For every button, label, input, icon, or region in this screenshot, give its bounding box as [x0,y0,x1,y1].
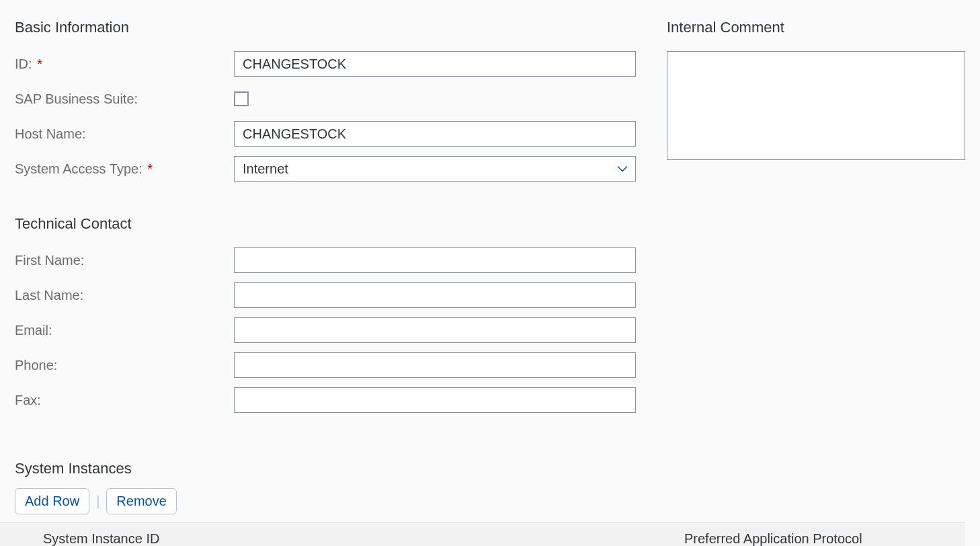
column-header-selector [0,523,17,547]
required-indicator: * [37,56,42,71]
email-input[interactable] [234,317,636,343]
system-access-type-select[interactable]: Internet [234,156,636,182]
sap-business-suite-checkbox[interactable] [234,91,249,106]
fax-input[interactable] [234,387,636,413]
sap-business-suite-label: SAP Business Suite: [15,91,234,107]
column-header-protocol[interactable]: Preferred Application Protocol [676,523,965,547]
column-header-instance-id[interactable]: System Instance ID [17,523,676,547]
system-access-type-label: System Access Type: * [15,161,234,177]
host-name-label: Host Name: [15,126,234,142]
remove-button[interactable]: Remove [106,488,176,514]
id-input[interactable] [234,51,636,77]
toolbar-separator: | [96,494,99,509]
fax-label: Fax: [15,393,234,408]
system-instances-table: System Instance ID Preferred Application… [0,522,965,546]
system-access-type-value: Internet [234,156,636,182]
email-label: Email: [15,323,234,338]
required-indicator: * [147,161,153,176]
last-name-label: Last Name: [15,288,234,303]
system-instances-title: System Instances [15,460,980,477]
first-name-input[interactable] [234,247,636,273]
basic-information-title: Basic Information [15,19,647,36]
internal-comment-textarea[interactable] [667,51,965,160]
phone-label: Phone: [15,358,234,373]
last-name-input[interactable] [234,282,636,308]
technical-contact-title: Technical Contact [15,215,647,233]
internal-comment-title: Internal Comment [667,19,965,36]
add-row-button[interactable]: Add Row [15,488,89,514]
first-name-label: First Name: [15,253,234,268]
id-label: ID: * [15,56,234,72]
host-name-input[interactable] [234,121,636,147]
phone-input[interactable] [234,352,636,378]
